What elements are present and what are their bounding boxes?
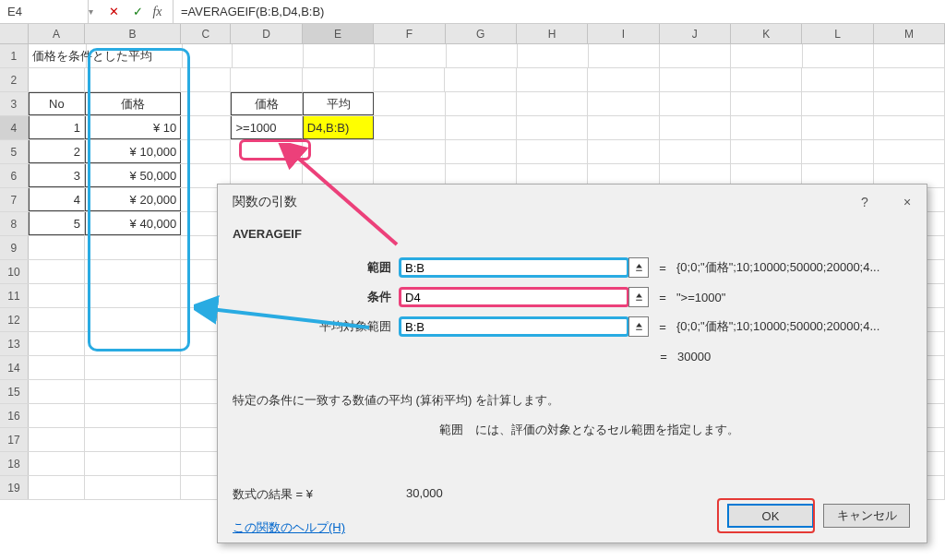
cell-C1[interactable]	[183, 44, 233, 67]
row-header-3[interactable]: 3	[0, 92, 29, 115]
cell-A1[interactable]: 価格を条件とした平均	[29, 44, 87, 67]
cell-B9[interactable]	[85, 236, 181, 259]
cell-B13[interactable]	[85, 332, 181, 355]
cell-A9[interactable]	[29, 236, 85, 259]
select-all-corner[interactable]	[0, 24, 29, 43]
col-header-M[interactable]: M	[874, 24, 945, 43]
cell-E2[interactable]	[303, 68, 374, 91]
row-header-12[interactable]: 12	[0, 308, 29, 331]
col-header-J[interactable]: J	[660, 24, 731, 43]
row-header-10[interactable]: 10	[0, 260, 29, 283]
cell-A12[interactable]	[29, 308, 85, 331]
cell-A11[interactable]	[29, 284, 85, 307]
col-header-F[interactable]: F	[374, 24, 445, 43]
cell-A4[interactable]: 1	[29, 116, 85, 139]
cell-L4[interactable]	[802, 116, 873, 139]
cell-F2[interactable]	[374, 68, 445, 91]
cell-A15[interactable]	[29, 380, 85, 403]
row-header-13[interactable]: 13	[0, 332, 29, 355]
cell-A8[interactable]: 5	[29, 212, 85, 235]
col-header-D[interactable]: D	[231, 24, 302, 43]
cell-B6[interactable]: ¥ 50,000	[85, 164, 181, 187]
cell-I4[interactable]	[588, 116, 659, 139]
cell-D2[interactable]	[231, 68, 302, 91]
cell-G3[interactable]	[446, 92, 517, 115]
row-header-17[interactable]: 17	[0, 428, 29, 451]
col-header-B[interactable]: B	[85, 24, 181, 43]
cell-E1[interactable]	[304, 44, 375, 67]
confirm-icon[interactable]: ✓	[126, 0, 150, 24]
row-header-2[interactable]: 2	[0, 68, 29, 91]
cell-J1[interactable]	[660, 44, 731, 67]
col-header-H[interactable]: H	[517, 24, 588, 43]
cell-A3[interactable]: No	[29, 92, 85, 115]
cancel-icon[interactable]: ✕	[102, 0, 126, 24]
cell-C5[interactable]	[181, 140, 231, 163]
cell-H2[interactable]	[517, 68, 588, 91]
cell-L2[interactable]	[802, 68, 873, 91]
cell-I3[interactable]	[588, 92, 659, 115]
row-header-11[interactable]: 11	[0, 284, 29, 307]
cell-G1[interactable]	[447, 44, 518, 67]
close-icon[interactable]: ×	[897, 192, 917, 212]
cell-A10[interactable]	[29, 260, 85, 283]
cell-A19[interactable]	[29, 476, 85, 499]
cell-B15[interactable]	[85, 380, 181, 403]
cell-J3[interactable]	[660, 92, 731, 115]
fx-icon[interactable]: fx	[150, 0, 173, 24]
help-link[interactable]: この関数のヘルプ(H)	[233, 519, 345, 536]
cell-L3[interactable]	[802, 92, 873, 115]
row-header-4[interactable]: 4	[0, 116, 29, 139]
cell-F1[interactable]	[375, 44, 446, 67]
cell-A18[interactable]	[29, 452, 85, 475]
arg2-input[interactable]: D4	[399, 287, 629, 307]
cell-B7[interactable]: ¥ 20,000	[85, 188, 181, 211]
col-header-A[interactable]: A	[29, 24, 85, 43]
col-header-C[interactable]: C	[181, 24, 231, 43]
cell-C2[interactable]	[181, 68, 231, 91]
name-box[interactable]: E4	[0, 0, 89, 23]
arg1-range-selector-button[interactable]	[628, 257, 649, 278]
arg3-range-selector-button[interactable]	[628, 316, 649, 337]
cell-B18[interactable]	[85, 452, 181, 475]
cell-K1[interactable]	[731, 44, 802, 67]
col-header-K[interactable]: K	[731, 24, 802, 43]
cell-B17[interactable]	[85, 428, 181, 451]
ok-button[interactable]: OK	[727, 504, 814, 528]
cell-B8[interactable]: ¥ 40,000	[85, 212, 181, 235]
cell-L1[interactable]	[803, 44, 874, 67]
cell-J2[interactable]	[660, 68, 731, 91]
row-header-6[interactable]: 6	[0, 164, 29, 187]
col-header-G[interactable]: G	[446, 24, 517, 43]
cell-K3[interactable]	[731, 92, 802, 115]
cell-I1[interactable]	[589, 44, 660, 67]
row-header-19[interactable]: 19	[0, 476, 29, 499]
row-header-18[interactable]: 18	[0, 452, 29, 475]
arg1-input[interactable]: B:B	[399, 257, 629, 278]
row-header-8[interactable]: 8	[0, 212, 29, 235]
cell-D4[interactable]: >=1000	[231, 116, 302, 139]
row-header-9[interactable]: 9	[0, 236, 29, 259]
cell-D1[interactable]	[233, 44, 304, 67]
cell-B4[interactable]: ¥ 10	[85, 116, 181, 139]
cell-A7[interactable]: 4	[29, 188, 85, 211]
cell-G2[interactable]	[445, 68, 516, 91]
col-header-L[interactable]: L	[802, 24, 873, 43]
cell-D5[interactable]	[231, 140, 302, 163]
cell-D3[interactable]: 価格	[231, 92, 302, 115]
row-header-16[interactable]: 16	[0, 404, 29, 427]
cell-A2[interactable]	[29, 68, 85, 91]
cell-A6[interactable]: 3	[29, 164, 85, 187]
row-header-7[interactable]: 7	[0, 188, 29, 211]
cell-M1[interactable]	[874, 44, 945, 67]
col-header-I[interactable]: I	[588, 24, 659, 43]
cell-E3[interactable]: 平均	[303, 92, 374, 115]
cell-M4[interactable]	[874, 116, 945, 139]
dialog-titlebar[interactable]: 関数の引数 ? ×	[218, 185, 927, 218]
cell-B14[interactable]	[85, 356, 181, 379]
cell-H5[interactable]	[517, 140, 588, 163]
arg3-input[interactable]: B:B	[399, 316, 629, 337]
cell-F5[interactable]	[374, 140, 445, 163]
help-icon[interactable]: ?	[855, 192, 875, 212]
cell-H4[interactable]	[517, 116, 588, 139]
